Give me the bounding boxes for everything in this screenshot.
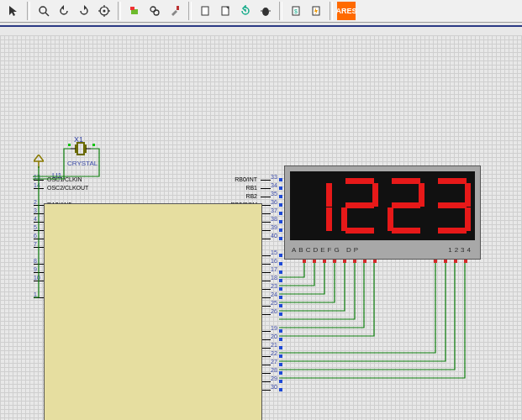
debug-tool[interactable] xyxy=(256,2,275,20)
find-tool[interactable] xyxy=(145,2,164,20)
svg-line-1 xyxy=(45,13,49,16)
wire-layer xyxy=(0,35,522,420)
toolbar-separator xyxy=(330,2,333,20)
ares-button[interactable]: ARES xyxy=(337,2,356,20)
tools-icon[interactable] xyxy=(166,2,184,20)
power-tool[interactable] xyxy=(307,2,325,20)
svg-point-15 xyxy=(262,8,269,16)
svg-rect-9 xyxy=(130,7,134,10)
toolbar-separator xyxy=(279,2,282,20)
svg-text:$: $ xyxy=(294,8,298,14)
toolbar-separator xyxy=(118,2,121,20)
toolbar-separator xyxy=(188,2,192,20)
svg-rect-12 xyxy=(177,6,179,10)
report-tool[interactable]: $ xyxy=(287,2,305,20)
rotate-cw-tool[interactable] xyxy=(75,2,93,20)
svg-point-0 xyxy=(40,7,46,13)
pointer-tool[interactable] xyxy=(4,2,23,20)
svg-point-3 xyxy=(103,10,106,13)
open-file-tool[interactable] xyxy=(216,2,235,20)
rotate-ccw-tool[interactable] xyxy=(55,2,73,20)
canvas: $ ARES X1 CRYSTAL U1 PIC16F877A 13OSC1/C… xyxy=(0,0,522,420)
toolbar-separator xyxy=(27,2,30,20)
refresh-tool[interactable] xyxy=(236,2,255,20)
zoom-tool[interactable] xyxy=(34,2,53,20)
svg-rect-13 xyxy=(202,7,208,15)
svg-point-11 xyxy=(154,10,159,15)
new-file-tool[interactable] xyxy=(196,2,214,20)
settings-tool[interactable] xyxy=(95,2,113,20)
netlist-tool[interactable] xyxy=(125,2,144,20)
toolbar: $ ARES xyxy=(0,0,522,23)
schematic-area[interactable]: X1 CRYSTAL U1 PIC16F877A 13OSC1/CLKIN14O… xyxy=(0,35,522,420)
horizontal-rule xyxy=(0,25,522,27)
